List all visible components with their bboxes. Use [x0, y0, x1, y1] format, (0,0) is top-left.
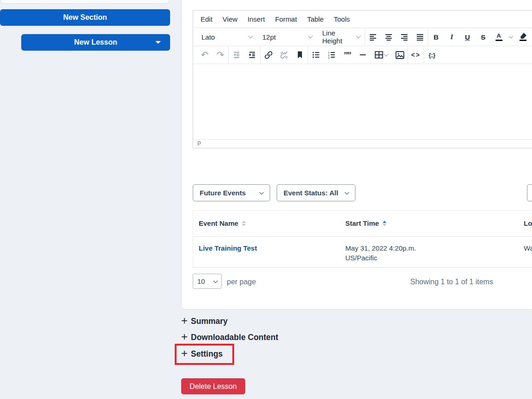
image-icon: [396, 51, 404, 59]
new-lesson-button[interactable]: New Lesson: [21, 34, 170, 51]
align-center-button[interactable]: [381, 29, 396, 45]
outdent-button[interactable]: [229, 47, 244, 63]
editor-content-area[interactable]: [193, 64, 532, 139]
editor-toolbar-row2: ↶ ↷ 123 ””: [193, 46, 532, 64]
event-name-header-label: Event Name: [199, 219, 238, 227]
code-sample-button[interactable]: {;}: [424, 47, 440, 63]
menu-tools[interactable]: Tools: [329, 15, 355, 23]
event-name-link[interactable]: Live Training Test: [199, 243, 257, 253]
text-color-button[interactable]: A: [491, 29, 507, 45]
blockquote-button[interactable]: ””: [339, 47, 355, 63]
insert-link-button[interactable]: [260, 47, 276, 63]
bookmark-button[interactable]: [292, 47, 307, 63]
underline-button[interactable]: U: [460, 29, 475, 45]
redo-icon: ↷: [217, 50, 225, 59]
sort-icon[interactable]: [242, 221, 246, 226]
element-path[interactable]: P: [197, 141, 201, 147]
chevron-down-icon: [308, 34, 313, 39]
italic-button[interactable]: I: [444, 29, 460, 45]
event-start-time: May 31, 2022 4:20p.m. US/Pacific: [345, 243, 416, 263]
bold-icon: B: [434, 34, 439, 41]
chevron-down-icon: [508, 34, 513, 39]
line-height-select[interactable]: Line Height: [317, 29, 365, 45]
font-size-select[interactable]: 12pt: [257, 29, 317, 45]
svg-text:3: 3: [328, 57, 330, 59]
align-justify-button[interactable]: [412, 29, 428, 45]
horizontal-rule-button[interactable]: [355, 47, 371, 63]
events-table: Event Name Start Time Loc Live Training …: [193, 210, 532, 268]
bullet-list-button[interactable]: [308, 47, 324, 63]
indent-icon: [248, 51, 256, 59]
events-table-header: Event Name Start Time Loc: [193, 211, 532, 237]
bullet-list-icon: [312, 51, 320, 59]
text-color-icon: A: [496, 33, 502, 41]
strikethrough-button[interactable]: S: [475, 29, 491, 45]
plus-icon: +: [181, 348, 188, 359]
remove-link-button[interactable]: [276, 47, 292, 63]
chevron-down-icon: [356, 34, 361, 39]
column-header-event-name[interactable]: Event Name: [199, 219, 246, 227]
font-family-select[interactable]: Lato: [196, 29, 257, 45]
menu-view[interactable]: View: [218, 15, 242, 23]
start-time-line2: US/Pacific: [345, 253, 416, 263]
align-justify-icon: [416, 33, 424, 41]
status-filter-label: Event Status: All: [284, 189, 338, 197]
align-center-icon: [384, 33, 393, 41]
menu-format[interactable]: Format: [271, 15, 302, 23]
new-lesson-label: New Lesson: [74, 38, 117, 47]
new-section-button[interactable]: New Section: [0, 9, 170, 26]
blockquote-icon: ””: [344, 51, 351, 59]
chevron-down-icon: [384, 52, 389, 57]
align-left-icon: [369, 33, 377, 41]
clipped-right-button[interactable]: [527, 184, 532, 201]
menu-insert[interactable]: Insert: [243, 15, 270, 23]
showing-items-text: Showing 1 to 1 of 1 items: [410, 278, 493, 286]
insert-image-button[interactable]: [392, 47, 408, 63]
table-row: Live Training Test May 31, 2022 4:20p.m.…: [193, 237, 532, 268]
lesson-list-item[interactable]: [0, 0, 170, 4]
date-filter-label: Future Events: [200, 189, 246, 197]
indent-button[interactable]: [244, 47, 260, 63]
highlighter-icon: [519, 33, 526, 41]
font-size-value: 12pt: [262, 33, 276, 41]
numbered-list-button[interactable]: 123: [324, 47, 339, 63]
unlink-icon: [280, 51, 289, 59]
event-location: Was: [524, 243, 532, 253]
align-left-button[interactable]: [365, 29, 381, 45]
location-header-label: Loc: [524, 219, 532, 227]
editor-statusbar: P: [193, 139, 532, 148]
highlight-color-button[interactable]: [515, 29, 531, 45]
undo-button[interactable]: ↶: [197, 47, 213, 63]
per-page-select[interactable]: 10: [193, 274, 222, 289]
accordion-summary[interactable]: + Summary: [181, 315, 228, 327]
accordion-settings[interactable]: + Settings: [181, 348, 223, 360]
chevron-down-icon: [260, 190, 264, 194]
plus-icon: +: [181, 315, 188, 326]
new-section-label: New Section: [63, 13, 107, 22]
menu-table[interactable]: Table: [302, 15, 328, 23]
per-page-label: per page: [227, 278, 256, 286]
delete-lesson-button[interactable]: Delete Lesson: [181, 378, 245, 394]
column-header-start-time[interactable]: Start Time: [345, 219, 386, 227]
date-filter-dropdown[interactable]: Future Events: [193, 184, 270, 201]
accordion-downloadable-content[interactable]: + Downloadable Content: [181, 331, 278, 343]
text-color-menu-button[interactable]: [507, 29, 515, 45]
align-right-icon: [400, 33, 408, 41]
status-filter-dropdown[interactable]: Event Status: All: [277, 184, 355, 201]
column-header-location[interactable]: Loc: [524, 219, 532, 227]
insert-table-button[interactable]: [371, 47, 392, 63]
delete-lesson-label: Delete Lesson: [189, 382, 236, 390]
source-code-button[interactable]: <>: [408, 47, 424, 63]
link-icon: [264, 51, 273, 59]
editor-menubar: Edit View Insert Format Table Tools: [193, 11, 532, 28]
align-right-button[interactable]: [396, 29, 412, 45]
chevron-down-icon[interactable]: [155, 41, 161, 44]
bold-button[interactable]: B: [428, 29, 444, 45]
sort-icon-ascending[interactable]: [383, 221, 386, 226]
line-height-value: Line Height: [322, 29, 357, 45]
redo-button[interactable]: ↷: [213, 47, 228, 63]
editor-toolbar-row1: Lato 12pt Line Height B I: [193, 28, 532, 46]
chevron-down-icon: [248, 34, 253, 39]
menu-edit[interactable]: Edit: [196, 15, 217, 23]
chevron-down-icon: [345, 190, 349, 194]
